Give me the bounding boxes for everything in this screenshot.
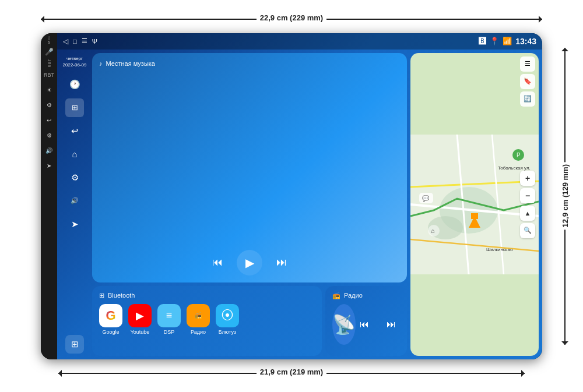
map-compass-button[interactable]: 🔄 [520, 91, 535, 107]
dsp-label: DSP [164, 329, 175, 335]
youtube-icon: ▶ [136, 309, 144, 322]
device: MIC 🎤 RBT RBT ☀ ⚙ ↩ ⚙ 🔊 ➤ ◁ □ ☰ Ψ 🅱 [41, 33, 542, 359]
map-zoom-in-button[interactable]: + [520, 171, 535, 186]
sidebar-undo-icon[interactable]: ↩ [65, 122, 84, 140]
sidebar-apps-icon[interactable]: ⊞ [65, 335, 84, 354]
youtube-label: Youtube [131, 329, 150, 335]
square-icon[interactable]: □ [73, 38, 77, 45]
music-play-button[interactable]: ▶ [237, 250, 262, 276]
right-dimension-arrow: 12,9 cm (129 mm) [564, 48, 566, 345]
rbt-button[interactable]: RBT [43, 69, 55, 81]
mic-label: MIC [47, 36, 51, 44]
back-icon[interactable]: ◁ [63, 37, 68, 45]
day-of-week: четверг [63, 55, 87, 62]
dsp-icon-circle: ≡ [157, 304, 181, 327]
app-icons-row: G Google ▶ Youtube [99, 304, 315, 335]
center-column: ♪ Местная музыка ⏮ ▶ ⏭ [92, 53, 407, 356]
location-status-icon: 📍 [490, 37, 499, 45]
bluetooth-card: ⊞ Bluetooth G Google [92, 286, 322, 356]
music-card[interactable]: ♪ Местная музыка ⏮ ▶ ⏭ [92, 53, 407, 282]
radio-icon-circle: 📻 [187, 304, 210, 327]
svg-text:Шилкинская: Шилкинская [486, 247, 512, 252]
svg-text:💬: 💬 [422, 195, 430, 202]
vol-side-button[interactable]: 🔊 [43, 145, 55, 157]
google-icon: G [106, 308, 115, 323]
radio-header-icon: 📻 [332, 292, 340, 299]
radio-controls: ⏮ ⏭ [356, 316, 400, 333]
youtube-icon-circle: ▶ [128, 304, 152, 327]
clock: 13:43 [515, 37, 536, 46]
map-top-controls: ☰ 🔖 🔄 [520, 56, 535, 107]
radio-icon: 📻 [194, 312, 202, 319]
equalizer-side-button[interactable]: ⚙ [43, 100, 55, 111]
side-buttons: MIC 🎤 RBT RBT ☀ ⚙ ↩ ⚙ 🔊 ➤ [41, 33, 57, 359]
status-bar: ◁ □ ☰ Ψ 🅱 📍 📶 13:43 [57, 33, 542, 50]
top-dimension-arrow: 22,9 cm (229 mm) [41, 19, 542, 20]
brightness-button[interactable]: ☀ [43, 84, 55, 96]
map-menu-button[interactable]: ☰ [520, 56, 535, 72]
settings-side-button[interactable]: ⚙ [43, 130, 55, 142]
menu-icon[interactable]: ☰ [82, 37, 87, 45]
usb-icon: Ψ [92, 38, 97, 45]
back-side-button[interactable]: ↩ [43, 115, 55, 126]
radio-prev-button[interactable]: ⏮ [356, 316, 373, 333]
rbt-label: RBT [47, 58, 51, 67]
svg-rect-9 [471, 213, 478, 219]
sidebar-home-icon[interactable]: ⌂ [65, 145, 84, 164]
app-radio[interactable]: 📻 Радио [187, 304, 210, 335]
map-bookmark-button[interactable]: 🔖 [520, 74, 535, 89]
map-area: Тобольская ул. Шилкинская P 💬 ⌂ [410, 53, 539, 356]
music-note-icon: ♪ [99, 60, 103, 67]
radio-content: 📡 ⏮ ⏭ [332, 304, 400, 345]
bluetooth-icon-circle: ⦿ [216, 304, 239, 327]
left-sidebar: четверг 2022-06-09 🕐 ⊞ ↩ ⌂ ⚙ 🔊 ➤ ⊞ [61, 53, 89, 356]
map-card[interactable]: Тобольская ул. Шилкинская P 💬 ⌂ [410, 53, 539, 356]
bottom-row: ⊞ Bluetooth G Google [92, 286, 407, 356]
mic-button[interactable]: 🎤 [43, 46, 55, 58]
top-dimension-label: 22,9 cm (229 mm) [257, 13, 326, 22]
radio-antenna-icon: 📡 [332, 304, 356, 345]
date-value: 2022-06-09 [63, 62, 87, 68]
app-google[interactable]: G Google [99, 304, 122, 335]
sidebar-settings-icon[interactable]: ⚙ [65, 168, 84, 187]
app-dsp[interactable]: ≡ DSP [157, 304, 181, 335]
bluetooth-status-icon: 🅱 [479, 37, 486, 45]
status-right: 🅱 📍 📶 13:43 [479, 37, 536, 46]
sidebar-date: четверг 2022-06-09 [63, 55, 87, 68]
music-prev-button[interactable]: ⏮ [208, 253, 227, 273]
bluetooth-icon: ⦿ [221, 308, 234, 323]
google-label: Google [102, 329, 119, 335]
map-zoom-out-button[interactable]: − [520, 188, 535, 203]
sidebar-volume-icon[interactable]: 🔊 [65, 192, 84, 210]
bluetooth-header-icon: ⊞ [99, 292, 104, 299]
map-zoom-controls: + − ▲ 🔍 [520, 171, 535, 238]
sidebar-navigation-icon[interactable]: ➤ [65, 215, 84, 234]
nav-side-button[interactable]: ➤ [43, 160, 55, 172]
map-svg: Тобольская ул. Шилкинская P 💬 ⌂ [410, 53, 539, 356]
svg-text:Тобольская ул.: Тобольская ул. [498, 165, 531, 171]
dsp-icon: ≡ [166, 309, 173, 322]
bluetooth-header: ⊞ Bluetooth [99, 292, 315, 299]
radio-next-button[interactable]: ⏭ [382, 316, 400, 333]
map-search-button[interactable]: 🔍 [520, 223, 535, 238]
map-orientation-button[interactable]: ▲ [520, 206, 535, 221]
bottom-dimension-label: 21,9 cm (219 mm) [257, 368, 326, 376]
radio-label: Радио [344, 292, 363, 299]
music-next-button[interactable]: ⏭ [272, 253, 292, 273]
google-icon-circle: G [99, 304, 122, 327]
diagram-container: 22,9 cm (229 mm) 21,9 cm (219 mm) 12,9 c… [12, 13, 571, 380]
svg-text:P: P [517, 152, 521, 158]
bluetooth-app-label: Блютуз [219, 329, 236, 335]
sidebar-equalizer-icon[interactable]: ⊞ [65, 98, 84, 117]
music-card-title: ♪ Местная музыка [99, 60, 400, 67]
sidebar-clock-icon[interactable]: 🕐 [65, 75, 84, 94]
music-label: Местная музыка [106, 60, 155, 67]
bottom-dimension-arrow: 21,9 cm (219 mm) [58, 373, 525, 374]
main-content: четверг 2022-06-09 🕐 ⊞ ↩ ⌂ ⚙ 🔊 ➤ ⊞ [57, 50, 542, 359]
app-youtube[interactable]: ▶ Youtube [128, 304, 152, 335]
svg-text:⌂: ⌂ [431, 227, 435, 234]
app-bluetooth[interactable]: ⦿ Блютуз [216, 304, 239, 335]
right-dimension-label: 12,9 cm (129 mm) [561, 162, 570, 229]
status-left: ◁ □ ☰ Ψ [63, 37, 97, 45]
bluetooth-label: Bluetooth [108, 292, 135, 299]
